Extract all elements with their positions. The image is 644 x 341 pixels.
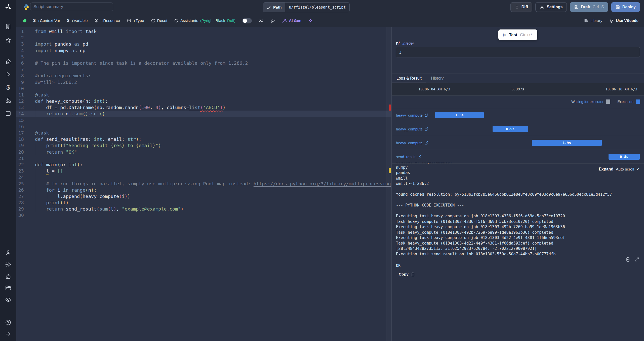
code-editor[interactable]: 1from wmill import task23import pandas a…	[16, 27, 391, 341]
windmill-logo-icon[interactable]	[0, 0, 16, 14]
settings-button[interactable]: Settings	[535, 2, 567, 12]
path-button[interactable]: Path u/rfiszel/pleasant_script	[263, 2, 350, 12]
script-summary-input[interactable]	[30, 3, 113, 11]
use-vscode-button[interactable]: Use VScode	[609, 18, 638, 23]
sidebar: $	[0, 0, 16, 341]
user-icon[interactable]	[0, 247, 16, 258]
argument-n-input[interactable]	[396, 47, 640, 57]
favorites-star-icon[interactable]	[0, 35, 16, 46]
code-line[interactable]: 8#extra_requirements:	[16, 73, 391, 79]
workspace-building-icon[interactable]	[0, 21, 16, 32]
copy-result-button[interactable]: Copy	[399, 272, 415, 277]
package-icon	[127, 18, 131, 23]
line-number: 16	[16, 123, 24, 130]
schedules-calendar-icon[interactable]	[0, 108, 16, 119]
add-resource-button[interactable]: +Resource	[94, 18, 120, 23]
line-number: 19	[16, 142, 24, 149]
path-value: u/rfiszel/pleasant_script	[285, 3, 350, 12]
draft-button[interactable]: Draft Ctrl+S	[570, 2, 608, 12]
code-line[interactable]: 6# The pin is important since task is a …	[16, 60, 391, 66]
sparkles-icon[interactable]	[308, 18, 313, 23]
code-line[interactable]: 17@task	[16, 130, 391, 136]
job-link[interactable]: send_result	[396, 150, 421, 163]
line-number: 27	[16, 193, 24, 199]
help-icon[interactable]	[0, 317, 16, 328]
job-row: heavy_compute1.9s	[392, 136, 644, 150]
job-duration-bar[interactable]: 1.3s	[435, 112, 484, 118]
code-line[interactable]: 1from wmill import task	[16, 28, 391, 35]
add-variable-button[interactable]: $+Variable	[67, 18, 88, 23]
dollar-icon: $	[67, 18, 69, 23]
code-line[interactable]: 9#wmill>=1.286.2	[16, 79, 391, 85]
code-line[interactable]: 12def heavy_compute(n: int):	[16, 98, 391, 104]
code-line[interactable]: 2	[16, 35, 391, 41]
line-number: 3	[16, 41, 24, 47]
deploy-button[interactable]: Deploy	[611, 2, 640, 12]
autoscroll-toggle[interactable]: Auto scroll	[616, 167, 634, 172]
code-line[interactable]: 21	[16, 155, 391, 161]
code-line[interactable]: 28 print(l)	[16, 199, 391, 206]
add-type-button[interactable]: +Type	[127, 18, 144, 23]
line-number: 13	[16, 104, 24, 111]
folders-icon[interactable]	[0, 282, 16, 293]
code-line[interactable]: 7	[16, 66, 391, 73]
code-line[interactable]: 25 # to run things in parallel, simply u…	[16, 181, 391, 187]
logs-viewer[interactable]: content of requirements:numpypandaswmill…	[392, 163, 644, 255]
job-link[interactable]: heavy_compute	[396, 108, 428, 122]
code-line[interactable]: 18def send_result(res: int, email: str):	[16, 136, 391, 142]
code-line[interactable]: 24	[16, 174, 391, 180]
code-line[interactable]: 16	[16, 123, 391, 130]
expand-sidebar-arrow-icon[interactable]	[0, 328, 16, 339]
test-button[interactable]: ▷ Test Ctrl+↵	[498, 29, 537, 40]
warning-marker	[389, 168, 391, 173]
code-line[interactable]: 13 df = pd.DataFrame(np.random.randn(100…	[16, 104, 391, 111]
copy-result-icon[interactable]	[625, 257, 630, 262]
job-link[interactable]: heavy_compute	[396, 136, 428, 150]
tab-history[interactable]: History	[426, 74, 449, 83]
audit-eye-icon[interactable]	[0, 294, 16, 305]
code-line[interactable]: 15	[16, 117, 391, 123]
ai-gen-button[interactable]: AI Gen	[282, 18, 301, 23]
code-line[interactable]: 23 l = []	[16, 168, 391, 174]
add-context-var-button[interactable]: $+Context Var	[33, 18, 60, 23]
code-line[interactable]: 4import numpy as np	[16, 47, 391, 54]
code-line[interactable]: 22def main(n: int):	[16, 161, 391, 168]
code-line[interactable]: 29 return send_result(sum(l), "example@e…	[16, 206, 391, 212]
code-line[interactable]: 11@task	[16, 92, 391, 98]
workers-robot-icon[interactable]	[0, 271, 16, 282]
diff-button[interactable]: Diff	[510, 2, 533, 12]
job-link[interactable]: heavy_compute	[396, 122, 428, 136]
reset-button[interactable]: Reset	[151, 18, 168, 23]
settings-gear-icon[interactable]	[0, 259, 16, 270]
code-line[interactable]: 10	[16, 85, 391, 92]
collaborators-users-icon[interactable]	[259, 18, 264, 23]
expand-logs-button[interactable]: Expand	[599, 167, 613, 172]
resources-boxes-icon[interactable]	[0, 95, 16, 106]
code-lines[interactable]: 1from wmill import task23import pandas a…	[16, 28, 391, 219]
home-icon[interactable]	[0, 56, 16, 67]
code-line[interactable]: 27 l.append(heavy_compute(i))	[16, 193, 391, 199]
library-button[interactable]: Library	[584, 18, 602, 23]
code-line[interactable]: 20 return "OK"	[16, 149, 391, 155]
code-line[interactable]: 26 for i in range(n):	[16, 187, 391, 193]
fullscreen-icon[interactable]	[634, 257, 639, 262]
variables-dollar-icon[interactable]: $	[0, 82, 16, 93]
code-line[interactable]: 14 return df.sum().sum()	[16, 111, 391, 117]
format-brush-icon[interactable]	[270, 18, 275, 23]
job-duration-bar[interactable]: 0.9s	[493, 126, 528, 132]
test-shortcut: Ctrl+↵	[520, 32, 532, 37]
code-line[interactable]: 19 print(f"Sending result {res} to {emai…	[16, 142, 391, 149]
runs-play-icon[interactable]	[0, 69, 16, 80]
assistant-toggle[interactable]	[242, 18, 252, 23]
job-duration-bar[interactable]: 1.9s	[532, 140, 602, 146]
log-controls: Expand Auto scroll ✓	[599, 167, 640, 172]
save-icon	[574, 5, 579, 9]
plug-icon	[609, 18, 614, 23]
assistants-button[interactable]: Assistants (Pyright Black Ruff)	[174, 18, 235, 23]
argument-label: n*integer	[396, 41, 414, 46]
code-line[interactable]: 3import pandas as pd	[16, 41, 391, 47]
code-line[interactable]: 5	[16, 54, 391, 60]
code-line[interactable]: 30	[16, 212, 391, 218]
job-duration-bar[interactable]: 0.8s	[609, 154, 640, 160]
tab-logs-result[interactable]: Logs & Result	[392, 74, 426, 83]
